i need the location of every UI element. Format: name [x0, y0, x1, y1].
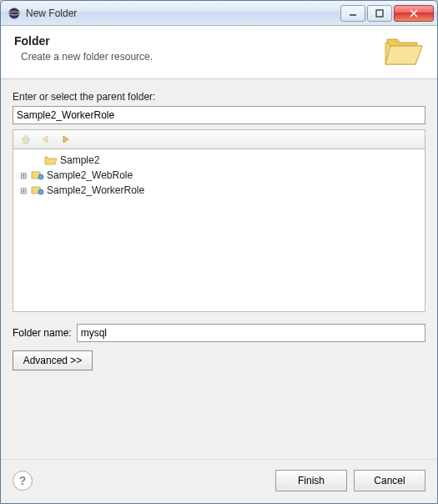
expand-icon[interactable]: ⊞ — [18, 186, 28, 195]
help-button[interactable]: ? — [13, 471, 33, 491]
tree-item-label: Sample2 — [60, 154, 99, 166]
svg-point-7 — [38, 174, 43, 179]
minimize-button[interactable] — [340, 5, 365, 22]
folder-name-row: Folder name: — [13, 324, 425, 342]
folder-open-small-icon — [44, 154, 58, 167]
header-subtitle: Create a new folder resource. — [21, 51, 424, 63]
role-icon — [31, 184, 44, 197]
tree-item-sample2[interactable]: Sample2 — [15, 153, 423, 168]
svg-rect-3 — [376, 10, 383, 17]
dialog-window: New Folder Folder Create a new folder re… — [0, 0, 438, 504]
tree-item-label: Sample2_WorkerRole — [47, 184, 144, 196]
dialog-footer: ? Finish Cancel — [1, 459, 437, 503]
window-controls — [340, 5, 434, 22]
role-icon — [31, 169, 44, 182]
folder-name-input[interactable] — [77, 324, 425, 342]
tree-item-workerrole[interactable]: ⊞ Sample2_WorkerRole — [15, 183, 423, 198]
back-arrow-icon[interactable] — [38, 133, 53, 146]
dialog-header: Folder Create a new folder resource. — [1, 26, 437, 79]
parent-folder-input[interactable] — [13, 106, 425, 124]
home-icon[interactable] — [18, 133, 33, 146]
question-icon: ? — [19, 474, 27, 487]
folder-tree[interactable]: Sample2 ⊞ Sample2_WebRole ⊞ Sample2_Work… — [13, 149, 425, 312]
header-title: Folder — [14, 34, 424, 48]
maximize-button[interactable] — [367, 5, 392, 22]
folder-open-icon — [382, 33, 425, 71]
parent-folder-label: Enter or select the parent folder: — [13, 91, 425, 103]
tree-item-label: Sample2_WebRole — [47, 169, 133, 181]
titlebar[interactable]: New Folder — [1, 1, 437, 26]
window-title: New Folder — [26, 8, 340, 19]
svg-point-9 — [38, 189, 43, 194]
svg-point-0 — [9, 8, 20, 18]
eclipse-icon — [8, 7, 21, 20]
forward-arrow-icon[interactable] — [58, 133, 73, 146]
advanced-button[interactable]: Advanced >> — [13, 350, 93, 370]
folder-name-label: Folder name: — [13, 327, 72, 339]
finish-button[interactable]: Finish — [275, 470, 347, 491]
tree-toolbar — [13, 129, 425, 149]
dialog-body: Enter or select the parent folder: Sampl… — [1, 79, 437, 459]
tree-item-webrole[interactable]: ⊞ Sample2_WebRole — [15, 168, 423, 183]
expand-icon[interactable]: ⊞ — [18, 171, 28, 180]
close-button[interactable] — [394, 5, 434, 22]
cancel-button[interactable]: Cancel — [354, 470, 425, 491]
